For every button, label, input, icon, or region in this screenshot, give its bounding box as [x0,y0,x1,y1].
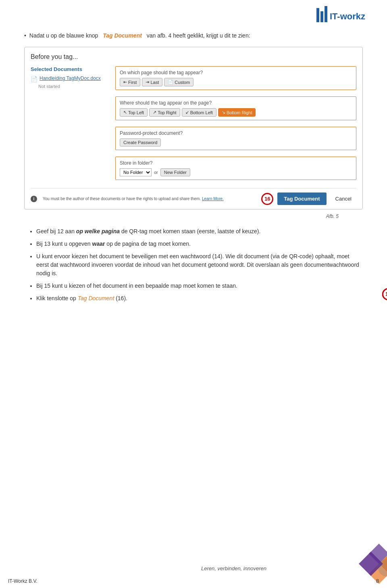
custom-label: Custom [175,80,190,85]
bullet-1-after: de QR-tag moet komen staan (eerste, laat… [121,228,261,234]
dialog-wrapper: Before you tag... Selected Documents 📄 H… [24,47,363,209]
footer-tagline: Leren, verbinden, innoveren [201,565,266,571]
bullet-dot: • [24,32,28,39]
svg-rect-0 [316,8,319,22]
folder-controls-row: No Folder or New Folder [120,168,352,176]
bottom-left-button[interactable]: ↙ Bottom Left [182,108,216,117]
top-left-button[interactable]: ↖ Top Left [120,108,148,117]
last-button[interactable]: ⇥ Last [142,78,162,86]
selected-docs-title: Selected Documents [31,66,111,72]
bullet-3: U kunt ervoor kiezen het document te bev… [36,252,363,278]
custom-button[interactable]: 📄 Custom [164,78,194,86]
bullet-2: Bij 13 kunt u opgeven waar op de pagina … [36,240,363,248]
caption: Afb. 5 [24,213,339,219]
learn-more-link[interactable]: Learn More. [202,197,224,201]
main-content: • Nadat u op de blauwe knop Tag Document… [0,0,387,327]
page-section-box: On which page should the tag appear? ⇤ F… [115,66,356,90]
bullet-2-after: op de pagina de tag moet komen. [106,241,191,247]
new-folder-label: New Folder [164,170,187,175]
footer-shapes-svg [306,540,387,588]
folder-section-box: Store in folder? No Folder or New Folder [115,157,356,180]
bullet-5: Klik tenslotte op Tag Document (16). [36,294,363,303]
top-right-label: Top Right [158,110,176,115]
password-section-row: Password-protect document? Create Passwo… [115,127,356,150]
folder-select[interactable]: No Folder [120,168,152,176]
svg-text:IT-workz: IT-workz [330,11,365,21]
doc-item: 📄 Handleiding TagMyDoc.docx [31,75,111,82]
folder-section-row: Store in folder? No Folder or New Folder… [115,157,356,180]
last-icon: ⇥ [146,80,149,85]
password-section-label: Password-protect document? [120,130,352,136]
bullet-1-bold-italic: op welke pagina [76,228,120,234]
top-left-label: Top Left [128,110,144,115]
logo-svg: IT-workz [314,4,379,26]
dialog-inner: Selected Documents 📄 Handleiding TagMyDo… [31,66,356,183]
last-label: Last [150,80,159,85]
bullet-5-link: Tag Document [78,295,114,301]
position-section-box: Where should the tag appear on the page?… [115,96,356,120]
first-button[interactable]: ⇤ First [120,78,140,86]
position-buttons-row: ↖ Top Left ↗ Top Right ↙ Bottom Left [120,108,352,117]
dialog-footer: i You must be the author of these docume… [31,188,356,205]
password-buttons-row: Create Password [120,138,352,146]
doc-icon: 📄 [31,76,37,82]
doc-status: Not started [38,84,111,89]
doc-name: Handleiding TagMyDoc.docx [40,75,101,81]
intro-link: Tag Document [103,32,142,39]
page-section-row: On which page should the tag appear? ⇤ F… [115,66,356,90]
page-section-label: On which page should the tag appear? [120,70,352,75]
dialog-title: Before you tag... [31,53,356,61]
top-left-icon: ↖ [123,110,127,115]
footer-right: 8 [306,540,387,588]
intro-text-after: van afb. 4 heeft geklikt, krijgt u dit t… [147,32,250,39]
bullet-4-text: Bij 15 kunt u kiezen of het document in … [36,282,237,289]
page-number: 8 [376,578,379,584]
badge-15: 15 [382,288,387,300]
custom-icon: 📄 [168,80,173,85]
bullet-1-before: Geef bij 12 aan [36,228,76,234]
first-label: First [128,80,137,85]
selected-docs-panel: Selected Documents 📄 Handleiding TagMyDo… [31,66,111,183]
new-folder-button[interactable]: New Folder [160,168,190,176]
footer-info: You must be the author of these document… [43,197,257,201]
badge-16: 16 [261,193,273,205]
footer-company: IT-Workz B.V. [0,574,161,588]
top-right-button[interactable]: ↗ Top Right [149,108,180,117]
top-right-icon: ↗ [153,110,156,115]
bullet-5-before: Klik tenslotte op [36,295,78,301]
logo: IT-workz [314,4,379,28]
bullet-3-text: U kunt ervoor kiezen het document te bev… [36,253,359,276]
bullet-4: Bij 15 kunt u kiezen of het document in … [36,282,363,290]
intro-paragraph: • Nadat u op de blauwe knop Tag Document… [24,32,363,39]
or-text: or [154,170,158,175]
bottom-right-icon: ↘ [222,110,225,115]
page-footer: IT-Workz B.V. Leren, verbinden, innovere… [0,540,387,588]
create-password-label: Create Password [123,140,157,145]
options-panel: On which page should the tag appear? ⇤ F… [115,66,356,183]
bullet-2-bold: waar [92,241,105,247]
footer-center: Leren, verbinden, innoveren [161,565,306,588]
bullet-5-after: (16). [116,295,127,301]
create-password-button[interactable]: Create Password [120,138,161,146]
cancel-button[interactable]: Cancel [331,193,356,205]
position-section-row: Where should the tag appear on the page?… [115,96,356,120]
folder-section-label: Store in folder? [120,160,352,166]
page-buttons-row: ⇤ First ⇥ Last 📄 Custom [120,78,352,86]
position-section-label: Where should the tag appear on the page? [120,100,352,106]
tag-document-button[interactable]: Tag Document [277,193,326,205]
bullet-1: Geef bij 12 aan op welke pagina de QR-ta… [36,227,363,236]
password-section-box: Password-protect document? Create Passwo… [115,127,356,150]
intro-text-before: Nadat u op de blauwe knop [29,32,98,39]
info-icon: i [31,196,37,202]
bullet-2-before: Bij 13 kunt u opgeven [36,241,92,247]
bottom-left-icon: ↙ [185,110,189,115]
bullet-list: Geef bij 12 aan op welke pagina de QR-ta… [24,227,363,303]
bottom-left-label: Bottom Left [190,110,213,115]
footer-info-text: You must be the author of these document… [43,197,201,201]
bottom-right-button[interactable]: ↘ Bottom Right [218,108,256,117]
svg-rect-1 [320,11,323,22]
company-name: IT-Workz B.V. [8,578,37,584]
first-icon: ⇤ [123,80,127,85]
svg-rect-2 [325,6,327,22]
bottom-right-label: Bottom Right [227,110,252,115]
